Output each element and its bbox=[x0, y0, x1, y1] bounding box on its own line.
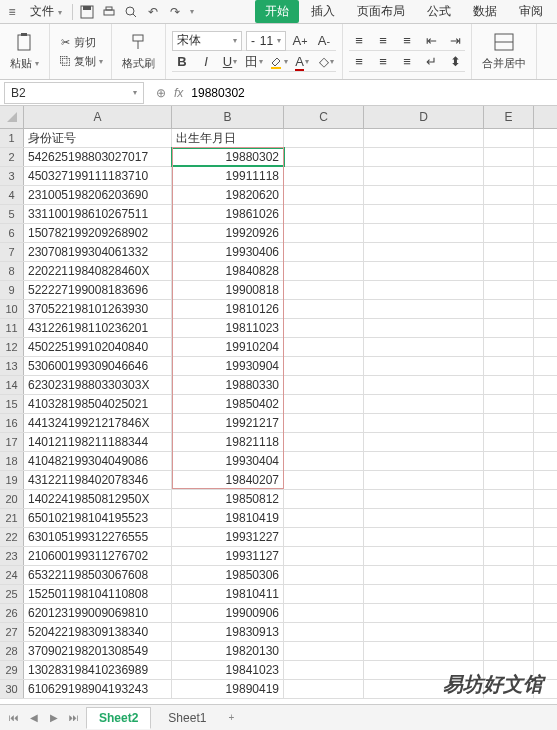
col-header-e[interactable]: E bbox=[484, 106, 534, 128]
cut-button[interactable]: ✂剪切 bbox=[56, 34, 105, 51]
cell[interactable] bbox=[484, 490, 534, 508]
cell[interactable]: 522227199008183696 bbox=[24, 281, 172, 299]
align-center-icon[interactable]: ≡ bbox=[373, 52, 393, 72]
sheet-nav-next[interactable]: ▶ bbox=[46, 710, 62, 726]
cell[interactable] bbox=[284, 186, 364, 204]
col-header-c[interactable]: C bbox=[284, 106, 364, 128]
cell[interactable] bbox=[484, 281, 534, 299]
cell[interactable] bbox=[364, 395, 484, 413]
cell[interactable]: 431221198402078346 bbox=[24, 471, 172, 489]
cell[interactable] bbox=[364, 509, 484, 527]
cell[interactable] bbox=[484, 585, 534, 603]
cell[interactable] bbox=[284, 509, 364, 527]
cell[interactable] bbox=[284, 205, 364, 223]
cell[interactable]: 19880330 bbox=[172, 376, 284, 394]
cell[interactable]: 44132419921217846X bbox=[24, 414, 172, 432]
fill-color-button[interactable]: ▾ bbox=[268, 52, 288, 72]
cell[interactable] bbox=[364, 471, 484, 489]
col-header-d[interactable]: D bbox=[364, 106, 484, 128]
zoom-icon[interactable]: ⊕ bbox=[156, 86, 166, 100]
cell[interactable]: 370902198201308549 bbox=[24, 642, 172, 660]
add-sheet-button[interactable]: + bbox=[223, 710, 239, 726]
cell[interactable]: 653221198503067608 bbox=[24, 566, 172, 584]
cell[interactable]: 410482199304049086 bbox=[24, 452, 172, 470]
cell[interactable]: 19830913 bbox=[172, 623, 284, 641]
cell[interactable] bbox=[364, 319, 484, 337]
cell[interactable] bbox=[484, 433, 534, 451]
decrease-font-icon[interactable]: A- bbox=[314, 31, 334, 51]
cell[interactable]: 431226198110236201 bbox=[24, 319, 172, 337]
tab-formula[interactable]: 公式 bbox=[417, 0, 461, 23]
row-header[interactable]: 25 bbox=[0, 585, 24, 603]
cell[interactable] bbox=[484, 148, 534, 166]
font-name-select[interactable]: 宋体▾ bbox=[172, 31, 242, 51]
file-menu[interactable]: 文件 ▾ bbox=[26, 1, 66, 22]
cell[interactable] bbox=[484, 547, 534, 565]
font-color-button[interactable]: A▾ bbox=[292, 52, 312, 72]
cell[interactable]: 19920926 bbox=[172, 224, 284, 242]
fx-icon[interactable]: fx bbox=[174, 86, 183, 100]
cell[interactable] bbox=[364, 300, 484, 318]
cell[interactable] bbox=[364, 338, 484, 356]
cell[interactable]: 19850402 bbox=[172, 395, 284, 413]
cell[interactable] bbox=[484, 205, 534, 223]
distribute-icon[interactable]: ⬍ bbox=[445, 52, 465, 72]
cell[interactable] bbox=[364, 262, 484, 280]
cell[interactable] bbox=[364, 642, 484, 660]
cell[interactable] bbox=[484, 471, 534, 489]
row-header[interactable]: 12 bbox=[0, 338, 24, 356]
formula-input[interactable] bbox=[191, 86, 549, 100]
sheet-tab-sheet2[interactable]: Sheet2 bbox=[86, 707, 151, 729]
cell[interactable] bbox=[484, 262, 534, 280]
cell[interactable] bbox=[484, 186, 534, 204]
cell[interactable] bbox=[284, 414, 364, 432]
cell[interactable] bbox=[484, 167, 534, 185]
cell[interactable] bbox=[364, 224, 484, 242]
cell[interactable] bbox=[284, 585, 364, 603]
cell[interactable] bbox=[284, 433, 364, 451]
row-header[interactable]: 2 bbox=[0, 148, 24, 166]
cell[interactable]: 19931227 bbox=[172, 528, 284, 546]
cell[interactable] bbox=[284, 452, 364, 470]
cell[interactable] bbox=[484, 319, 534, 337]
cell[interactable]: 530600199309046646 bbox=[24, 357, 172, 375]
copy-button[interactable]: ⿻复制▾ bbox=[56, 53, 105, 70]
cell[interactable] bbox=[484, 414, 534, 432]
cell[interactable]: 19811023 bbox=[172, 319, 284, 337]
cell[interactable] bbox=[364, 167, 484, 185]
cell[interactable] bbox=[364, 452, 484, 470]
cell[interactable] bbox=[284, 281, 364, 299]
align-right-icon[interactable]: ≡ bbox=[397, 52, 417, 72]
cell[interactable] bbox=[364, 186, 484, 204]
sheet-tab-sheet1[interactable]: Sheet1 bbox=[155, 707, 219, 729]
align-top-icon[interactable]: ≡ bbox=[349, 31, 369, 51]
cell[interactable]: 650102198104195523 bbox=[24, 509, 172, 527]
row-header[interactable]: 26 bbox=[0, 604, 24, 622]
cell[interactable] bbox=[484, 642, 534, 660]
cell[interactable] bbox=[364, 205, 484, 223]
font-size-select[interactable]: -11▾ bbox=[246, 31, 286, 51]
undo-icon[interactable]: ↶ bbox=[145, 4, 161, 20]
cell[interactable]: 19810411 bbox=[172, 585, 284, 603]
cell[interactable]: 19850812 bbox=[172, 490, 284, 508]
sheet-nav-last[interactable]: ⏭ bbox=[66, 710, 82, 726]
merge-button[interactable]: 合并居中 bbox=[480, 55, 528, 72]
cell[interactable] bbox=[364, 414, 484, 432]
cell[interactable] bbox=[364, 566, 484, 584]
row-header[interactable]: 24 bbox=[0, 566, 24, 584]
cell[interactable]: 370522198101263930 bbox=[24, 300, 172, 318]
row-header[interactable]: 20 bbox=[0, 490, 24, 508]
border-button[interactable]: 田▾ bbox=[244, 52, 264, 72]
cell[interactable]: 62302319880330303X bbox=[24, 376, 172, 394]
col-header-b[interactable]: B bbox=[172, 106, 284, 128]
save-icon[interactable] bbox=[79, 4, 95, 20]
cell[interactable]: 630105199312276555 bbox=[24, 528, 172, 546]
cell[interactable] bbox=[284, 528, 364, 546]
cell[interactable] bbox=[364, 623, 484, 641]
cell[interactable]: 140121198211188344 bbox=[24, 433, 172, 451]
format-painter-button[interactable]: 格式刷 bbox=[120, 55, 157, 72]
cell[interactable]: 130283198410236989 bbox=[24, 661, 172, 679]
row-header[interactable]: 8 bbox=[0, 262, 24, 280]
wrap-text-icon[interactable]: ↵ bbox=[421, 52, 441, 72]
cell[interactable]: 610629198904193243 bbox=[24, 680, 172, 698]
